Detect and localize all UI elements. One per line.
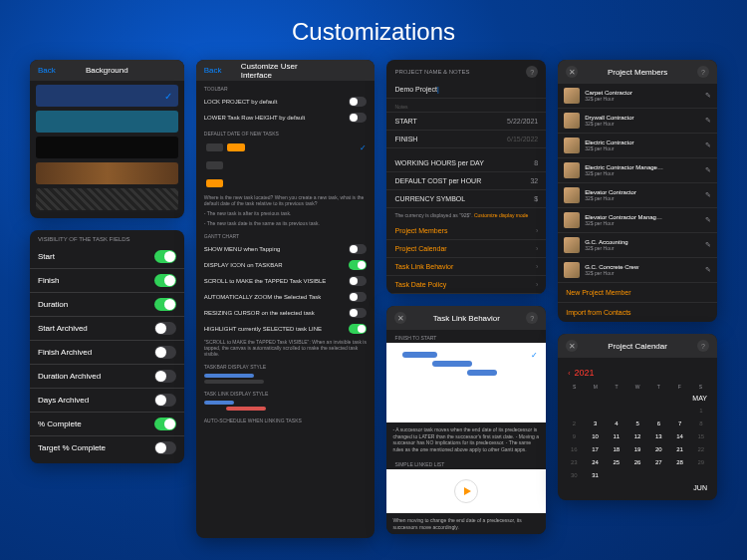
toggle[interactable] — [154, 274, 176, 287]
toggle[interactable] — [154, 322, 176, 335]
calendar-day[interactable]: 4 — [607, 418, 626, 429]
edit-icon[interactable]: ✎ — [705, 117, 711, 125]
nav-link[interactable]: Project Members — [386, 222, 546, 240]
close-icon[interactable]: ✕ — [566, 66, 578, 78]
calendar-day[interactable]: 8 — [691, 418, 711, 429]
member-row[interactable]: G.C. Concrete Crew32$ per Hour✎ — [558, 258, 717, 283]
nav-link[interactable]: Task Link Behavior — [386, 258, 546, 276]
chevron-left-icon[interactable]: ‹ — [568, 370, 570, 377]
help-icon[interactable]: ? — [526, 66, 538, 78]
date-value[interactable]: 5/22/2021 — [507, 118, 538, 125]
chip[interactable] — [206, 179, 224, 187]
style-sample[interactable] — [204, 401, 234, 405]
toggle[interactable] — [154, 250, 176, 263]
help-icon[interactable]: ? — [697, 340, 709, 352]
calendar-day[interactable]: 26 — [627, 456, 647, 468]
toggle[interactable] — [349, 244, 367, 254]
toggle[interactable] — [154, 370, 176, 383]
calendar-day[interactable]: 6 — [648, 418, 668, 429]
calendar-day[interactable]: 30 — [564, 469, 584, 481]
calendar-day[interactable]: 25 — [607, 456, 626, 468]
nav-link[interactable]: Project Calendar — [386, 240, 546, 258]
calendar-day[interactable]: 18 — [607, 443, 626, 455]
toggle[interactable] — [349, 97, 367, 107]
notes-input[interactable]: Notes — [394, 104, 407, 107]
calendar-day[interactable]: 12 — [627, 430, 647, 442]
calendar-day[interactable]: 9 — [564, 430, 584, 442]
calendar-day[interactable]: 21 — [669, 443, 689, 455]
value[interactable]: 8 — [534, 159, 538, 166]
calendar-day[interactable]: 5 — [627, 418, 647, 429]
chip[interactable] — [206, 143, 224, 151]
play-button[interactable] — [454, 479, 478, 503]
help-icon[interactable]: ? — [526, 312, 538, 324]
value[interactable]: 32 — [530, 177, 538, 184]
calendar-day[interactable]: 24 — [585, 456, 605, 468]
calendar-day[interactable]: 31 — [585, 469, 605, 481]
style-sample[interactable] — [204, 374, 254, 378]
toggle[interactable] — [154, 298, 176, 311]
edit-icon[interactable]: ✎ — [705, 92, 711, 100]
toggle[interactable] — [349, 324, 367, 334]
back-button[interactable]: Back — [204, 66, 222, 75]
background-swatch[interactable]: ✓ — [36, 85, 178, 107]
back-button[interactable]: Back — [38, 66, 56, 75]
member-row[interactable]: G.C. Accounting32$ per Hour✎ — [558, 233, 717, 258]
toggle[interactable] — [154, 394, 176, 407]
style-sample[interactable] — [226, 407, 266, 411]
toggle[interactable] — [349, 292, 367, 302]
date-value[interactable]: 6/15/2022 — [507, 136, 538, 142]
calendar-day[interactable]: 28 — [669, 456, 689, 468]
calendar-day[interactable]: 16 — [564, 443, 584, 455]
member-row[interactable]: Elevator Contractor Manag…32$ per Hour✎ — [558, 208, 717, 233]
member-row[interactable]: Elevator Contractor32$ per Hour✎ — [558, 183, 717, 208]
chip[interactable] — [227, 143, 245, 151]
toggle[interactable] — [349, 113, 367, 123]
calendar-day[interactable]: 14 — [669, 430, 689, 442]
calendar-day[interactable]: 11 — [607, 430, 626, 442]
edit-icon[interactable]: ✎ — [705, 241, 711, 249]
value[interactable]: $ — [534, 195, 538, 202]
close-icon[interactable]: ✕ — [394, 312, 406, 324]
toggle[interactable] — [349, 276, 367, 286]
calendar-day[interactable]: 29 — [691, 456, 711, 468]
calendar-day[interactable]: 27 — [648, 456, 668, 468]
background-swatch[interactable] — [36, 162, 178, 184]
calendar-day[interactable]: 2 — [564, 418, 584, 429]
edit-icon[interactable]: ✎ — [705, 266, 711, 274]
calendar-day[interactable]: 17 — [585, 443, 605, 455]
calendar-day[interactable]: 23 — [564, 456, 584, 468]
member-row[interactable]: Carpet Contractor32$ per Hour✎ — [558, 84, 717, 109]
calendar-day[interactable]: 13 — [648, 430, 668, 442]
chip[interactable] — [206, 161, 224, 169]
new-member-link[interactable]: New Project Member — [558, 283, 717, 303]
calendar-day[interactable]: 19 — [627, 443, 647, 455]
edit-icon[interactable]: ✎ — [705, 141, 711, 149]
member-row[interactable]: Electric Contractor32$ per Hour✎ — [558, 134, 717, 158]
calendar-day[interactable]: 15 — [691, 430, 711, 442]
calendar-day[interactable]: 7 — [669, 418, 689, 429]
help-icon[interactable]: ? — [697, 66, 709, 78]
toggle[interactable] — [349, 308, 367, 318]
toggle[interactable] — [154, 346, 176, 359]
member-row[interactable]: Drywall Contractor32$ per Hour✎ — [558, 109, 717, 134]
calendar-day[interactable]: 10 — [585, 430, 605, 442]
background-swatch[interactable] — [36, 188, 178, 210]
calendar-day[interactable]: 22 — [691, 443, 711, 455]
calendar-day[interactable]: 3 — [585, 418, 605, 429]
edit-icon[interactable]: ✎ — [705, 191, 711, 199]
calendar-day[interactable]: 20 — [648, 443, 668, 455]
toggle[interactable] — [154, 418, 176, 430]
nav-link[interactable]: Task Date Policy — [386, 276, 546, 294]
close-icon[interactable]: ✕ — [566, 340, 578, 352]
project-name-input[interactable]: Demo Project| — [394, 86, 438, 93]
edit-icon[interactable]: ✎ — [705, 166, 711, 174]
member-row[interactable]: Electric Contractor Manage…32$ per Hour✎ — [558, 158, 717, 183]
background-swatch[interactable] — [36, 111, 178, 133]
link[interactable]: Customize display mode — [474, 212, 528, 218]
year-value[interactable]: 2021 — [575, 368, 595, 378]
toggle[interactable] — [349, 260, 367, 270]
style-sample[interactable] — [204, 380, 264, 384]
import-link[interactable]: Import from Contacts — [558, 303, 717, 322]
toggle[interactable] — [154, 441, 176, 454]
